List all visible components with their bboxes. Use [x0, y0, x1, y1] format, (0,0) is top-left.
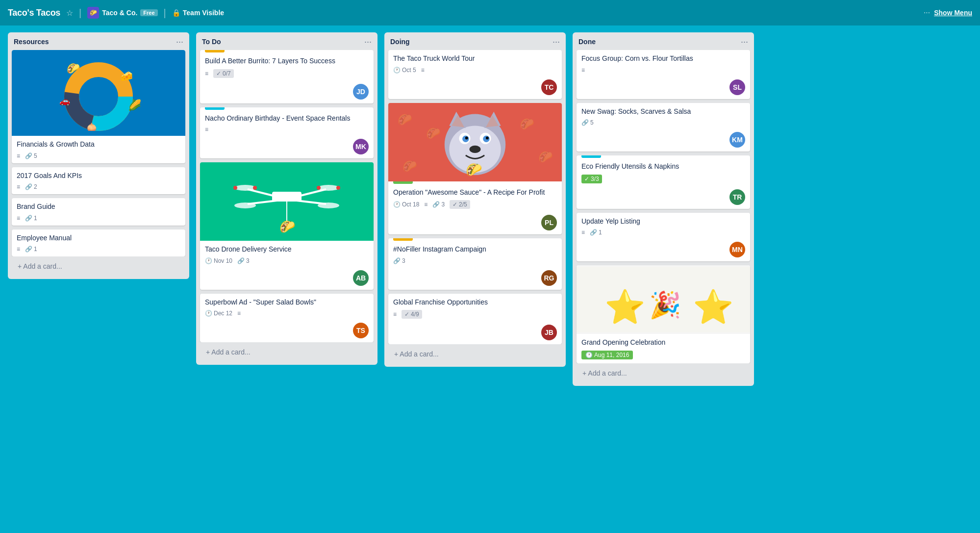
card-image-drone: 🌮	[200, 162, 374, 241]
card-meta: ≡🔗1	[581, 229, 745, 236]
column-menu-button[interactable]: ···	[553, 37, 560, 46]
description-icon: ≡	[17, 183, 20, 190]
avatar: SL	[729, 79, 745, 95]
svg-text:🚗: 🚗	[59, 96, 71, 106]
workspace-selector[interactable]: 🌮 Taco & Co. Free	[87, 7, 157, 19]
card-content: Global Franchise Opportunities ≡✓4/9	[388, 294, 562, 323]
avatar: JB	[541, 325, 557, 340]
card-taco-truck-tour[interactable]: The Taco Truck World Tour 🕐Oct 5≡ TC	[388, 50, 562, 99]
card-title: Focus Group: Corn vs. Flour Tortillas	[581, 54, 745, 64]
card-title: Global Franchise Opportunities	[393, 298, 557, 307]
card-franchise[interactable]: Global Franchise Opportunities ≡✓4/9 JB	[388, 294, 562, 345]
svg-point-15	[234, 185, 256, 191]
card-title: Eco Friendly Utensils & Napkins	[581, 162, 745, 172]
card-awesome-sauce[interactable]: 🌮 🌮 🌮 🌮 🌮	[388, 103, 562, 235]
card-footer: MK	[200, 137, 374, 158]
column-doing: Doing ··· The Taco Truck World Tour 🕐Oct…	[384, 32, 566, 367]
svg-point-41	[465, 136, 468, 139]
svg-text:⭐: ⭐	[604, 288, 648, 327]
svg-text:🌽: 🌽	[128, 99, 142, 112]
svg-point-19	[233, 186, 237, 190]
card-title: The Taco Truck World Tour	[393, 54, 557, 64]
card-title: Superbowl Ad - "Super Salad Bowls"	[205, 298, 369, 307]
svg-point-43	[470, 145, 481, 152]
card-burrito[interactable]: Build A Better Burrito: 7 Layers To Succ…	[200, 50, 374, 103]
card-drone[interactable]: 🌮 Taco Drone Delivery Service 🕐Nov 10🔗3 …	[200, 162, 374, 290]
card-employee-manual[interactable]: Employee Manual ≡🔗1	[12, 229, 185, 257]
star-icon[interactable]: ☆	[66, 8, 73, 18]
column-menu-button[interactable]: ···	[176, 37, 183, 46]
svg-point-20	[253, 186, 257, 190]
card-brand[interactable]: Brand Guide ≡🔗1	[12, 198, 185, 226]
card-nacho-birthday[interactable]: Nacho Ordinary Birthday - Event Space Re…	[200, 107, 374, 159]
card-content: New Swag: Socks, Scarves & Salsa 🔗5	[577, 103, 750, 130]
card-goals[interactable]: 2017 Goals And KPIs ≡🔗2	[12, 167, 185, 195]
add-card-button[interactable]: + Add a card...	[577, 365, 750, 382]
svg-text:🌮: 🌮	[402, 159, 417, 173]
add-card-button[interactable]: + Add a card...	[200, 344, 374, 361]
board-title: Taco's Tacos	[8, 8, 60, 18]
card-content: Build A Better Burrito: 7 Layers To Succ…	[200, 52, 374, 82]
attachments-meta: 🔗5	[581, 119, 594, 126]
card-yelp[interactable]: Update Yelp Listing ≡🔗1 MN	[577, 213, 750, 262]
header: Taco's Tacos ☆ | 🌮 Taco & Co. Free | 🔒 T…	[0, 0, 980, 25]
column-header: Done ···	[573, 32, 754, 50]
card-meta: ≡✓4/9	[393, 310, 557, 319]
description-icon: ≡	[393, 311, 397, 318]
card-footer: MN	[577, 240, 750, 261]
svg-text:🧀: 🧀	[121, 70, 133, 82]
visibility-icon: 🔒	[172, 9, 180, 17]
description-icon: ≡	[581, 229, 585, 236]
attachments-meta: 🔗3	[432, 201, 445, 208]
visibility-selector[interactable]: 🔒 Team Visible	[172, 9, 224, 17]
svg-text:🌮: 🌮	[466, 162, 482, 178]
checklist-meta: ✓3/3	[581, 175, 602, 183]
card-eco-utensils[interactable]: Eco Friendly Utensils & Napkins ✓3/3 TR	[577, 155, 750, 209]
date-meta: 🕐Dec 12	[205, 310, 232, 317]
card-meta: 🕐Aug 11, 2016	[581, 351, 745, 359]
attachments-meta: 🔗2	[25, 183, 37, 190]
add-card-button[interactable]: + Add a card...	[12, 258, 185, 275]
checklist-meta: ✓2/5	[450, 200, 470, 209]
column-menu-button[interactable]: ···	[364, 37, 372, 46]
card-content: Taco Drone Delivery Service 🕐Nov 10🔗3	[200, 241, 374, 268]
card-grand-opening[interactable]: ⭐ 🎉 ⭐ Grand Opening Celebration 🕐Aug 11,…	[577, 265, 750, 363]
column-menu-button[interactable]: ···	[741, 37, 748, 46]
description-icon: ≡	[205, 70, 208, 77]
card-new-swag[interactable]: New Swag: Socks, Scarves & Salsa 🔗5 KM	[577, 103, 750, 152]
description-icon: ≡	[581, 67, 585, 74]
card-nofiller[interactable]: #NoFiller Instagram Campaign 🔗3 RG	[388, 238, 562, 290]
card-meta: ≡🔗1	[17, 246, 180, 253]
avatar: PL	[541, 215, 557, 230]
card-meta: 🔗5	[581, 119, 745, 126]
svg-text:🌮: 🌮	[398, 112, 412, 126]
card-meta: 🕐Nov 10🔗3	[205, 257, 369, 264]
date-meta: 🕐Nov 10	[205, 257, 232, 264]
add-card-button[interactable]: + Add a card...	[388, 346, 562, 363]
svg-text:🌮: 🌮	[538, 150, 553, 164]
checklist-meta: ✓4/9	[402, 310, 422, 319]
card-content: The Taco Truck World Tour 🕐Oct 5≡	[388, 50, 562, 77]
card-content: Employee Manual ≡🔗1	[12, 229, 185, 257]
card-financials[interactable]: 🌮 🧀 🚗 🌽 🧅 Financials & Growth Data ≡🔗5	[12, 50, 185, 163]
card-focus-group[interactable]: Focus Group: Corn vs. Flour Tortillas ≡ …	[577, 50, 750, 99]
card-title: Grand Opening Celebration	[581, 338, 745, 348]
column-header: To Do ···	[196, 32, 377, 50]
card-content: Brand Guide ≡🔗1	[12, 198, 185, 226]
card-superbowl[interactable]: Superbowl Ad - "Super Salad Bowls" 🕐Dec …	[200, 294, 374, 343]
column-title: Resources	[14, 38, 49, 46]
card-content: Update Yelp Listing ≡🔗1	[577, 213, 750, 240]
free-badge: Free	[140, 9, 157, 16]
header-right: ··· Show Menu	[924, 8, 972, 17]
card-footer: TR	[577, 187, 750, 209]
card-content: Financials & Growth Data ≡🔗5	[12, 136, 185, 163]
svg-point-42	[486, 136, 489, 139]
show-menu-button[interactable]: Show Menu	[934, 9, 972, 17]
card-footer: AB	[200, 268, 374, 290]
card-footer: PL	[388, 213, 562, 234]
column-body: Build A Better Burrito: 7 Layers To Succ…	[196, 50, 377, 342]
card-meta: ≡	[205, 126, 369, 133]
avatar: TR	[729, 189, 745, 205]
card-meta: ≡	[581, 67, 745, 74]
avatar: TS	[353, 323, 369, 338]
